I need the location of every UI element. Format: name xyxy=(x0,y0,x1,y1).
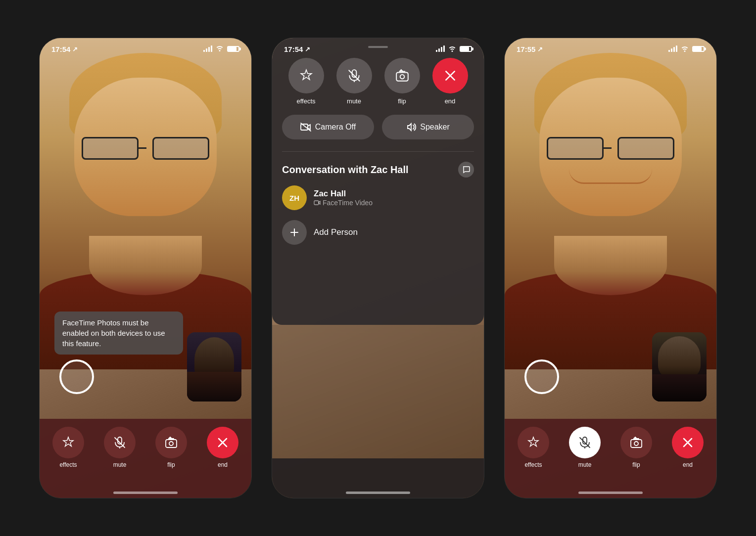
flip-sheet-button[interactable]: flip xyxy=(384,58,420,105)
contact-name: Zac Hall xyxy=(314,189,373,199)
flip-sheet-icon xyxy=(395,69,410,83)
glasses xyxy=(544,137,677,162)
location-arrow-icon: ↗ xyxy=(537,45,543,53)
svg-rect-14 xyxy=(301,124,308,130)
svg-rect-22 xyxy=(631,440,642,447)
flip-camera-icon xyxy=(629,436,643,449)
status-bar: 17:54 ↗ xyxy=(40,38,251,60)
effects-button[interactable]: effects xyxy=(518,427,549,468)
bottom-bar xyxy=(272,458,484,498)
signal-bars xyxy=(203,46,212,52)
speaker-icon xyxy=(406,122,416,132)
end-call-icon xyxy=(217,437,229,448)
end-sheet-button[interactable]: end xyxy=(432,58,468,105)
phone-2: 17:54 ↗ xyxy=(272,38,484,498)
sheet-toggle-buttons: Camera Off Speaker xyxy=(282,115,474,139)
effects-button[interactable]: effects xyxy=(52,427,84,468)
star-icon xyxy=(61,436,75,449)
contact-info: Zac Hall FaceTime Video xyxy=(314,189,373,207)
mute-active-icon xyxy=(578,436,591,449)
call-controls-sheet: effects mute flip xyxy=(272,38,484,325)
sheet-divider xyxy=(282,151,474,152)
status-time: 17:55 xyxy=(517,45,535,53)
self-view-pip[interactable] xyxy=(652,332,707,402)
conversation-header: Conversation with Zac Hall xyxy=(282,162,474,178)
phone-3: 17:55 ↗ xyxy=(504,38,717,498)
svg-rect-16 xyxy=(314,201,319,205)
svg-point-4 xyxy=(169,442,173,446)
home-indicator xyxy=(578,491,643,494)
battery-icon xyxy=(460,46,472,52)
add-person-row[interactable]: Add Person xyxy=(282,220,474,245)
sheet-controls-row: effects mute flip xyxy=(282,58,474,105)
status-bar: 17:54 ↗ xyxy=(272,38,484,60)
plus-icon xyxy=(289,227,299,237)
person-video-area xyxy=(505,38,716,369)
speaker-toggle[interactable]: Speaker xyxy=(382,115,474,139)
shutter-button[interactable] xyxy=(59,359,94,394)
messages-button[interactable] xyxy=(458,162,474,178)
flip-button[interactable]: flip xyxy=(155,427,187,468)
location-arrow-icon: ↗ xyxy=(305,45,310,53)
status-icons xyxy=(203,45,239,53)
flip-camera-icon xyxy=(164,436,178,449)
mute-sheet-icon xyxy=(347,69,361,83)
home-indicator xyxy=(346,491,410,494)
mute-icon xyxy=(113,436,126,449)
call-controls-bar: effects mute flip xyxy=(40,419,251,498)
shutter-button[interactable] xyxy=(524,359,559,394)
self-view-pip[interactable] xyxy=(187,332,241,402)
mute-button[interactable]: mute xyxy=(104,427,136,468)
effects-star-icon xyxy=(526,436,540,449)
end-button[interactable]: end xyxy=(207,427,238,468)
effects-star-icon xyxy=(299,68,314,83)
add-person-circle xyxy=(282,220,307,245)
call-controls-bar: effects mute flip xyxy=(505,419,716,498)
end-call-icon xyxy=(682,437,694,448)
status-time: 17:54 xyxy=(284,45,303,53)
flip-button[interactable]: flip xyxy=(620,427,652,468)
home-indicator xyxy=(113,491,178,494)
add-person-label: Add Person xyxy=(314,227,358,237)
location-arrow-icon: ↗ xyxy=(72,45,78,53)
camera-off-toggle[interactable]: Camera Off xyxy=(282,115,374,139)
contact-subtitle: FaceTime Video xyxy=(314,199,373,207)
wifi-icon xyxy=(448,45,457,53)
end-button[interactable]: end xyxy=(672,427,704,468)
controls-row: effects mute flip xyxy=(518,427,704,468)
camera-off-icon xyxy=(300,123,311,132)
phones-container: 17:54 ↗ xyxy=(0,0,756,536)
phone-1: 17:54 ↗ xyxy=(39,38,252,498)
battery-icon xyxy=(227,46,239,52)
controls-row: effects mute flip xyxy=(52,427,238,468)
status-time: 17:54 xyxy=(51,45,70,53)
status-bar: 17:55 ↗ xyxy=(505,38,716,60)
svg-rect-10 xyxy=(396,73,408,81)
contact-row[interactable]: ZH Zac Hall FaceTime Video xyxy=(282,185,474,210)
end-sheet-icon xyxy=(444,69,457,82)
speech-bubble-icon xyxy=(462,166,470,174)
svg-rect-3 xyxy=(166,440,177,447)
mute-button[interactable]: mute xyxy=(569,427,601,468)
facetime-photos-tooltip: FaceTime Photos must be enabled on both … xyxy=(54,312,183,355)
wifi-icon xyxy=(680,45,689,53)
conversation-title: Conversation with Zac Hall xyxy=(282,164,409,176)
wifi-icon xyxy=(215,45,224,53)
glasses xyxy=(79,137,212,162)
contact-avatar: ZH xyxy=(282,185,307,210)
battery-icon xyxy=(692,46,705,52)
svg-point-23 xyxy=(634,442,638,446)
effects-sheet-button[interactable]: effects xyxy=(288,58,324,105)
facetime-video-icon xyxy=(314,199,321,206)
mute-sheet-button[interactable]: mute xyxy=(336,58,372,105)
svg-point-11 xyxy=(400,75,404,79)
